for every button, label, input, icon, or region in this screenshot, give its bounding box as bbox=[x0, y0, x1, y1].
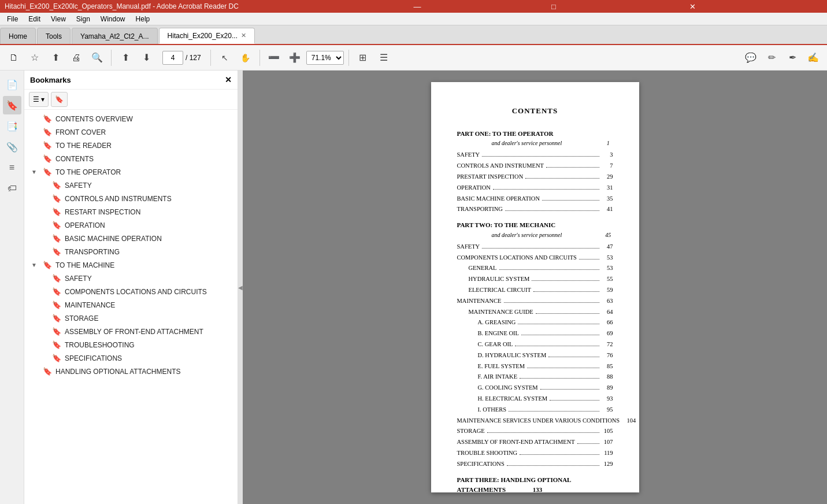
bookmark-item-storage[interactable]: 🔖 STORAGE bbox=[24, 312, 238, 325]
bookmark-item-troubleshooting[interactable]: 🔖 TROUBLESHOOTING bbox=[24, 338, 238, 351]
bookmark-item-safety-2[interactable]: 🔖 SAFETY bbox=[24, 272, 238, 285]
bookmark-label: OPERATION bbox=[65, 221, 105, 229]
tab-yamaha-label: Yamaha_At2_Ct2_A... bbox=[80, 32, 149, 40]
new-file-button[interactable]: 🗋 bbox=[5, 49, 23, 67]
toc-label: TROUBLE SHOOTING bbox=[457, 449, 518, 458]
menu-file[interactable]: File bbox=[2, 14, 23, 24]
bookmarks-search-button[interactable]: 🔖 bbox=[51, 92, 68, 107]
bookmark-expand-toggle[interactable]: ▼ bbox=[31, 169, 39, 175]
pdf-content: CONTENTS PART ONE: TO THE OPERATOR and d… bbox=[431, 82, 639, 504]
bookmark-item-components-locations[interactable]: 🔖 COMPONENTS LOCATIONS AND CIRCUITS bbox=[24, 285, 238, 298]
zoom-out-button[interactable]: ➖ bbox=[265, 49, 283, 67]
bookmark-icon: 🔖 bbox=[43, 128, 52, 136]
toc-page: 76 bbox=[602, 351, 613, 361]
comment-button[interactable]: 💬 bbox=[741, 49, 760, 67]
sidebar-icon-tags[interactable]: 🏷 bbox=[3, 179, 21, 198]
tab-hitachi-label: Hitachi_Ex200_Ex20... bbox=[168, 32, 238, 40]
toc-label: BASIC MACHINE OPERATION bbox=[457, 194, 540, 204]
sidebar-icon-attachments[interactable]: 📎 bbox=[3, 138, 21, 156]
bookmark-item-operation[interactable]: 🔖 OPERATION bbox=[24, 218, 238, 232]
draw-button[interactable]: ✒ bbox=[783, 49, 802, 67]
bookmark-label: COMPONENTS LOCATIONS AND CIRCUITS bbox=[65, 288, 207, 296]
tab-hitachi[interactable]: Hitachi_Ex200_Ex20... ✕ bbox=[159, 28, 255, 44]
pdf-viewer-area[interactable]: CONTENTS PART ONE: TO THE OPERATOR and d… bbox=[243, 71, 827, 504]
pdf-part-one-header: PART ONE: TO THE OPERATOR bbox=[457, 129, 613, 139]
toc-page: 89 bbox=[602, 383, 613, 393]
bookmarks-options-button[interactable]: ☰ ▾ bbox=[29, 92, 49, 107]
bookmark-item-contents[interactable]: 🔖 CONTENTS bbox=[24, 152, 238, 165]
menu-help[interactable]: Help bbox=[131, 14, 155, 24]
toc-engine-oil: B. ENGINE OIL 69 bbox=[457, 329, 613, 339]
hand-tool-button[interactable]: ✋ bbox=[236, 49, 255, 67]
toc-greasing: A. GREASING 66 bbox=[457, 318, 613, 328]
toc-dots bbox=[521, 329, 599, 335]
bookmark-label: SAFETY bbox=[65, 275, 92, 283]
bookmark-item-controls-instruments[interactable]: 🔖 CONTROLS AND INSTRUMENTS bbox=[24, 192, 238, 205]
close-icon[interactable]: ✕ bbox=[689, 2, 823, 11]
highlight-button[interactable]: ✏ bbox=[762, 49, 781, 67]
bookmark-item-contents-overview[interactable]: 🔖 CONTENTS OVERVIEW bbox=[24, 112, 238, 125]
zoom-in-button[interactable]: ➕ bbox=[285, 49, 304, 67]
menu-window[interactable]: Window bbox=[96, 14, 130, 24]
bookmark-item-front-cover[interactable]: 🔖 FRONT COVER bbox=[24, 125, 238, 139]
toc-controls: CONTROLS AND INSTRUMENT 7 bbox=[457, 161, 613, 171]
menu-edit[interactable]: Edit bbox=[24, 14, 45, 24]
bookmark-item-handling-optional[interactable]: 🔖 HANDLING OPTIONAL ATTACHMENTS bbox=[24, 365, 238, 378]
share-button[interactable]: ⬆ bbox=[46, 49, 65, 67]
toc-transporting: TRANSPORTING 41 bbox=[457, 205, 613, 214]
bookmark-item-assembly-front-end[interactable]: 🔖 ASSEMBLY OF FRONT-END ATTACHMENT bbox=[24, 325, 238, 338]
tab-close-icon[interactable]: ✕ bbox=[241, 32, 246, 39]
toc-label: G. COOLING SYSTEM bbox=[457, 383, 538, 393]
bookmark-item-to-the-operator[interactable]: ▼ 🔖 TO THE OPERATOR bbox=[24, 165, 238, 179]
toc-storage: STORAGE 105 bbox=[457, 427, 613, 436]
bookmark-label: TROUBLESHOOTING bbox=[65, 341, 135, 349]
toc-label: B. ENGINE OIL bbox=[457, 329, 519, 339]
toc-page: 105 bbox=[602, 427, 613, 436]
bookmark-label: TO THE READER bbox=[55, 142, 112, 150]
minimize-icon[interactable]: — bbox=[414, 2, 547, 11]
bookmark-item-to-the-reader[interactable]: 🔖 TO THE READER bbox=[24, 139, 238, 152]
sidebar-icon-recent[interactable]: 📄 bbox=[3, 75, 21, 94]
bookmark-item-maintenance[interactable]: 🔖 MAINTENANCE bbox=[24, 298, 238, 312]
bookmarks-close-button[interactable]: ✕ bbox=[225, 75, 232, 84]
menu-view[interactable]: View bbox=[46, 14, 71, 24]
sign-button[interactable]: ✍ bbox=[804, 49, 822, 67]
pdf-part-one-sub: and dealer's service personnel 1 bbox=[457, 139, 613, 148]
bookmark-item-restart-inspection[interactable]: 🔖 RESTART INSPECTION bbox=[24, 205, 238, 218]
tab-tools[interactable]: Tools bbox=[37, 28, 71, 44]
toc-label: OPERATION bbox=[457, 183, 491, 193]
bookmark-item-to-the-machine[interactable]: ▼ 🔖 TO THE MACHINE bbox=[24, 258, 238, 272]
sidebar-icon-layers[interactable]: ≡ bbox=[3, 158, 21, 177]
panel-resizer[interactable] bbox=[238, 71, 243, 504]
toc-dots bbox=[487, 427, 599, 433]
menu-sign[interactable]: Sign bbox=[72, 14, 95, 24]
page-down-button[interactable]: ⬇ bbox=[137, 49, 155, 67]
cursor-tool-button[interactable]: ↖ bbox=[216, 49, 234, 67]
sidebar-icon-bookmarks[interactable]: 🔖 bbox=[3, 96, 21, 114]
tab-yamaha[interactable]: Yamaha_At2_Ct2_A... bbox=[72, 28, 158, 44]
toc-dots bbox=[499, 264, 599, 270]
page-number-input[interactable] bbox=[162, 51, 183, 65]
bookmark-item-safety-1[interactable]: 🔖 SAFETY bbox=[24, 179, 238, 192]
scrolling-button[interactable]: ☰ bbox=[374, 49, 393, 67]
bookmark-item-basic-machine-operation[interactable]: 🔖 BASIC MACHINE OPERATION bbox=[24, 232, 238, 245]
bookmark-item-specifications[interactable]: 🔖 SPECIFICATIONS bbox=[24, 351, 238, 365]
page-up-button[interactable]: ⬆ bbox=[116, 49, 135, 67]
toc-page: 53 bbox=[602, 264, 613, 273]
toc-air-intake: F. AIR INTAKE 88 bbox=[457, 372, 613, 382]
toc-electrical-circuit: ELECTRICAL CIRCUIT 59 bbox=[457, 286, 613, 295]
bookmark-add-button[interactable]: ☆ bbox=[25, 49, 44, 67]
view-mode-button[interactable]: ⊞ bbox=[354, 49, 372, 67]
print-button[interactable]: 🖨 bbox=[67, 49, 86, 67]
bookmark-label: ASSEMBLY OF FRONT-END ATTACHMENT bbox=[65, 328, 203, 336]
zoom-select[interactable]: 71.1% 50% 75% 100% 125% 150% bbox=[306, 51, 344, 65]
tab-home[interactable]: Home bbox=[0, 28, 36, 44]
bookmark-item-transporting[interactable]: 🔖 TRANSPORTING bbox=[24, 245, 238, 258]
bookmark-expand-toggle[interactable]: ▼ bbox=[31, 262, 39, 268]
bookmark-icon: 🔖 bbox=[52, 327, 61, 336]
find-button[interactable]: 🔍 bbox=[88, 49, 106, 67]
bookmark-icon: 🔖 bbox=[52, 274, 61, 283]
maximize-icon[interactable]: □ bbox=[551, 2, 685, 11]
sidebar-icon-pages[interactable]: 📑 bbox=[3, 117, 21, 135]
toc-dots bbox=[482, 150, 599, 157]
